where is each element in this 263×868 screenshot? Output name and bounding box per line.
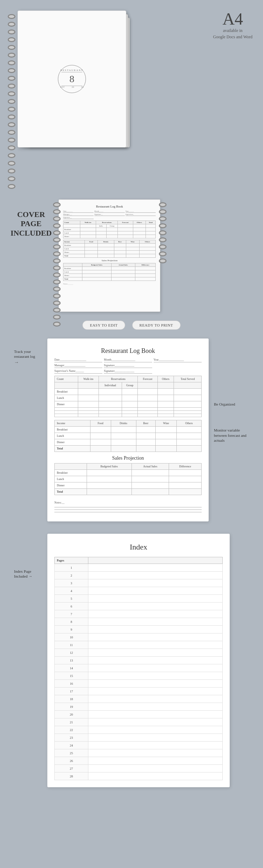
- ring: [8, 169, 15, 173]
- index-table-row: 25: [55, 749, 223, 757]
- col-beer: Beer: [136, 420, 155, 427]
- index-page-number: 11: [55, 641, 88, 649]
- sales-breakfast-row: Breakfast: [55, 470, 202, 476]
- ring: [8, 37, 15, 42]
- ring: [53, 230, 61, 235]
- index-page-number: 1: [55, 564, 88, 572]
- index-table-row: 4: [55, 587, 223, 595]
- ring: [159, 202, 167, 207]
- index-page-content: [88, 742, 222, 749]
- main-log-section: Track your restaurant log → Restaurant L…: [0, 333, 263, 528]
- col-income-others: Others: [177, 420, 202, 427]
- index-page-number: 20: [55, 711, 88, 718]
- ring: [8, 68, 15, 73]
- cell: [122, 389, 137, 395]
- index-table-row: 7: [55, 610, 223, 618]
- index-table-row: 27: [55, 765, 223, 772]
- index-page-content: [88, 749, 222, 757]
- index-table-row: 22: [55, 726, 223, 734]
- supervisor-field: Supervisor's Name______: [54, 369, 102, 374]
- col-reservations: Reservations: [99, 376, 138, 382]
- cell: [78, 389, 99, 395]
- col-drinks: Drinks: [111, 420, 136, 427]
- index-page-content: [88, 718, 222, 726]
- ring: [8, 53, 15, 58]
- cell: [174, 395, 202, 401]
- ring: [8, 130, 15, 135]
- ring: [53, 308, 61, 313]
- left-annotations: Track your restaurant log →: [14, 338, 42, 521]
- middle-log-book: Restaurant Log Book Date_______ Month___…: [59, 199, 160, 312]
- index-page-content: [88, 633, 222, 641]
- month-field: Month_________________: [104, 358, 152, 362]
- index-table-row: 18: [55, 695, 223, 703]
- index-table-row: 28: [55, 772, 223, 780]
- col-walkins-sub: [78, 382, 99, 389]
- ring: [159, 251, 167, 256]
- ring: [53, 223, 61, 228]
- index-table-row: 16: [55, 680, 223, 688]
- index-table-row: 20: [55, 711, 223, 718]
- col-empty: [55, 382, 78, 389]
- index-page-number: 24: [55, 742, 88, 749]
- index-page-content: [88, 757, 222, 765]
- ring: [53, 265, 61, 270]
- dinner-label: Dinner: [55, 401, 78, 408]
- index-table-row: 9: [55, 626, 223, 633]
- index-page-number: 16: [55, 680, 88, 688]
- index-page-number: 14: [55, 664, 88, 672]
- ring: [8, 60, 15, 65]
- col-total-sub: [174, 382, 202, 389]
- index-page-content: [88, 649, 222, 657]
- index-page-content: [88, 626, 222, 633]
- income-breakfast-row: Breakfast: [55, 427, 202, 433]
- index-page-number: 2: [55, 572, 88, 579]
- annotation-arrow-right2: →: [28, 574, 32, 578]
- notes-line1: [54, 507, 202, 507]
- signature2-field: Signature______________: [104, 369, 152, 374]
- index-page-number: 19: [55, 703, 88, 711]
- mini-table-income: IncomeFoodDrinksBeerWineOthers Breakfast…: [63, 240, 156, 258]
- index-page-content: [88, 657, 222, 664]
- index-page-content: [88, 695, 222, 703]
- ring: [159, 237, 167, 242]
- index-table-row: 6: [55, 603, 223, 610]
- mini-log-title: Restaurant Log Book: [63, 205, 156, 208]
- income-dinner-row: Dinner: [55, 439, 202, 446]
- index-content-header: [88, 557, 222, 564]
- cell: [157, 401, 174, 408]
- ring: [8, 153, 15, 158]
- index-table-row: 19: [55, 703, 223, 711]
- ring: [53, 315, 61, 320]
- col-food: Food: [90, 420, 111, 427]
- signature1-field: Signature______________: [104, 364, 152, 368]
- ring: [8, 122, 15, 127]
- col-forecast-sub: [138, 382, 157, 389]
- index-page-number: 22: [55, 726, 88, 734]
- index-page-number: 5: [55, 595, 88, 603]
- income-lunch-row: Lunch: [55, 433, 202, 439]
- cell: [78, 395, 99, 401]
- ring: [53, 202, 61, 207]
- ring: [53, 287, 61, 291]
- ring: [53, 216, 61, 221]
- index-table-row: 12: [55, 649, 223, 657]
- sales-section-title: Sales Projection: [54, 455, 202, 461]
- cell: [138, 395, 157, 401]
- index-table-row: 15: [55, 672, 223, 680]
- ready-to-print-badge: READY TO PRINT: [132, 321, 181, 330]
- table-row-empty1: [55, 408, 202, 411]
- logo-line-top: [61, 72, 82, 72]
- index-page-number: 6: [55, 603, 88, 610]
- col-wine: Wine: [155, 420, 176, 427]
- index-page-number: 7: [55, 610, 88, 618]
- logo-est: EST: [60, 86, 65, 88]
- log-book-page-title: Restaurant Log Book: [54, 347, 202, 355]
- col-walkins: Walk-ins: [78, 376, 99, 382]
- year-field: Year__________________: [154, 358, 202, 362]
- mini-field-year: Year______: [126, 210, 156, 213]
- ring: [8, 184, 15, 189]
- index-page-number: 8: [55, 618, 88, 626]
- easy-to-edit-badge: EASY TO EDIT: [82, 321, 125, 330]
- cell: [174, 401, 202, 408]
